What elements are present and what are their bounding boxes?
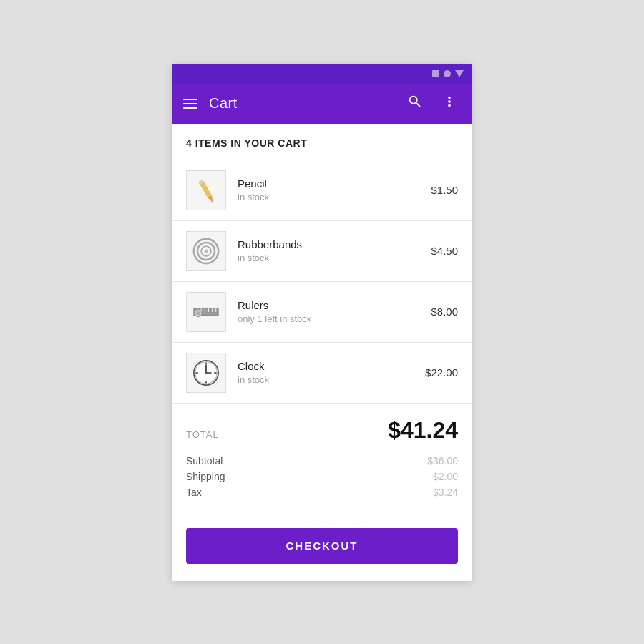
item-price-rubberbands: $4.50 <box>431 245 458 257</box>
svg-point-9 <box>204 249 208 253</box>
svg-point-30 <box>205 371 207 374</box>
checkout-section: CHECKOUT <box>172 517 472 581</box>
subtotal-label: Subtotal <box>186 455 223 467</box>
svg-point-20 <box>196 311 200 315</box>
tax-label: Tax <box>186 487 202 498</box>
item-name-rulers: Rulers <box>238 299 419 311</box>
status-triangle-icon <box>455 70 464 77</box>
item-image-rubberbands <box>186 231 226 271</box>
search-icon[interactable] <box>404 94 426 114</box>
item-image-clock <box>186 353 226 393</box>
shipping-label: Shipping <box>186 471 225 482</box>
item-info-pencil: Pencil in stock <box>238 177 419 203</box>
item-price-rulers: $8.00 <box>431 306 458 318</box>
shipping-value: $2.00 <box>433 471 458 482</box>
subtotal-value: $36.00 <box>427 455 458 467</box>
shipping-row: Shipping $2.00 <box>186 471 458 482</box>
tax-value: $3.24 <box>433 487 458 498</box>
app-bar: Cart <box>172 84 472 124</box>
item-name-pencil: Pencil <box>238 177 419 190</box>
item-info-clock: Clock in stock <box>238 360 414 385</box>
item-price-clock: $22.00 <box>425 366 458 379</box>
item-price-pencil: $1.50 <box>431 184 458 196</box>
item-name-rubberbands: Rubberbands <box>238 238 419 250</box>
total-section: TOTAL $41.24 <box>172 404 472 444</box>
item-status-rulers: only 1 left in stock <box>238 313 419 324</box>
cart-content: 4 ITEMS IN YOUR CART Pencil <box>172 124 472 581</box>
item-image-pencil <box>186 170 226 210</box>
item-status-rubberbands: in stock <box>238 253 419 263</box>
total-label: TOTAL <box>186 429 219 440</box>
item-name-clock: Clock <box>238 360 414 372</box>
breakdown-section: Subtotal $36.00 Shipping $2.00 Tax $3.24 <box>172 455 472 517</box>
status-square-icon <box>432 70 439 77</box>
cart-item-clock[interactable]: Clock in stock $22.00 <box>172 343 472 404</box>
item-status-clock: in stock <box>238 374 414 385</box>
menu-icon[interactable] <box>183 99 197 109</box>
status-bar <box>172 64 472 84</box>
item-image-rulers <box>186 292 226 332</box>
item-info-rubberbands: Rubberbands in stock <box>238 238 419 263</box>
total-amount: $41.24 <box>388 417 458 444</box>
tax-row: Tax $3.24 <box>186 487 458 498</box>
cart-header: 4 ITEMS IN YOUR CART <box>172 124 472 160</box>
cart-item-rulers[interactable]: Rulers only 1 left in stock $8.00 <box>172 282 472 343</box>
cart-header-text: 4 ITEMS IN YOUR CART <box>186 137 307 149</box>
checkout-button[interactable]: CHECKOUT <box>186 528 458 564</box>
cart-item-rubberbands[interactable]: Rubberbands in stock $4.50 <box>172 221 472 282</box>
more-options-icon[interactable] <box>438 94 461 114</box>
phone-container: Cart 4 ITEMS IN YOUR CART <box>172 64 472 581</box>
item-status-pencil: in stock <box>238 192 419 203</box>
cart-item-pencil[interactable]: Pencil in stock $1.50 <box>172 160 472 221</box>
total-row: TOTAL $41.24 <box>186 417 458 444</box>
subtotal-row: Subtotal $36.00 <box>186 455 458 467</box>
status-circle-icon <box>444 70 451 77</box>
item-info-rulers: Rulers only 1 left in stock <box>238 299 419 324</box>
app-title: Cart <box>209 95 392 112</box>
